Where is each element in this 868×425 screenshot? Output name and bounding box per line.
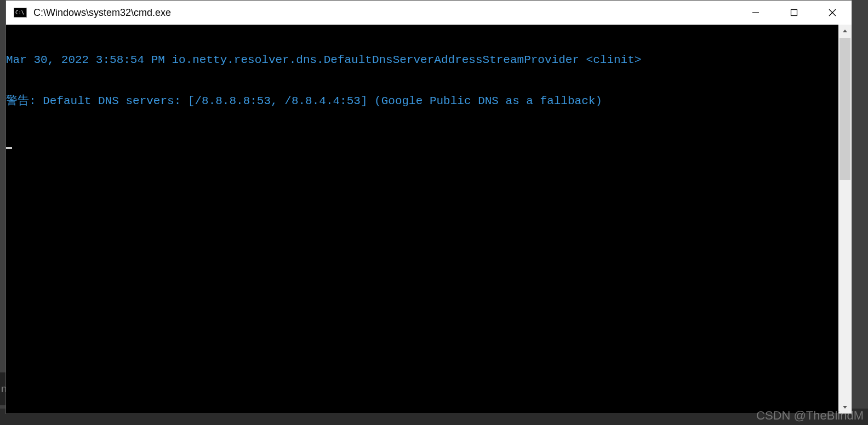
cmd-window: C:\ C:\Windows\system32\cmd.exe Mar 30, … [5,0,852,414]
maximize-button[interactable] [775,1,813,25]
scroll-down-button[interactable] [838,400,852,413]
titlebar[interactable]: C:\ C:\Windows\system32\cmd.exe [6,1,852,25]
console-line: 警告: Default DNS servers: [/8.8.8.8:53, /… [6,94,838,108]
vertical-scrollbar[interactable] [838,25,852,413]
window-controls [736,1,852,25]
console-line: Mar 30, 2022 3:58:54 PM io.netty.resolve… [6,53,838,67]
client-area: Mar 30, 2022 3:58:54 PM io.netty.resolve… [6,25,852,413]
svg-rect-1 [791,10,797,16]
cursor [6,147,12,149]
cmd-icon: C:\ [13,7,28,19]
close-button[interactable] [813,1,852,25]
console-cursor-line [6,135,838,149]
minimize-button[interactable] [736,1,775,25]
scroll-up-button[interactable] [838,25,852,38]
window-title: C:\Windows\system32\cmd.exe [33,7,736,19]
scroll-thumb[interactable] [840,38,850,180]
console-output[interactable]: Mar 30, 2022 3:58:54 PM io.netty.resolve… [6,25,838,413]
